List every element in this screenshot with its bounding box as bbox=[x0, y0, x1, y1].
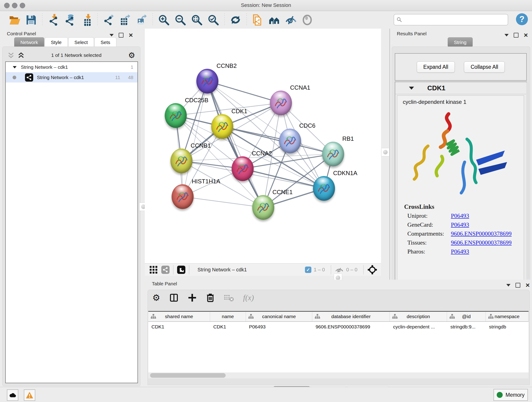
float-panel-icon[interactable] bbox=[109, 34, 114, 36]
open-session-icon[interactable] bbox=[9, 14, 21, 26]
import-network-database-icon[interactable] bbox=[64, 14, 76, 26]
search-field[interactable] bbox=[394, 14, 508, 26]
hide-glyphs-icon[interactable] bbox=[285, 14, 297, 26]
collection-expander-icon[interactable] bbox=[12, 65, 17, 70]
tab-sets[interactable]: Sets bbox=[94, 37, 116, 47]
edge-CCNE1-HIST1H1A[interactable] bbox=[183, 197, 263, 207]
results-splitter[interactable] bbox=[381, 29, 389, 263]
gene-expander-icon[interactable] bbox=[409, 87, 414, 89]
table-hscrollbar[interactable] bbox=[148, 372, 529, 378]
column-header-database-identifier[interactable]: database identifier bbox=[312, 312, 390, 321]
cloud-status-button[interactable] bbox=[7, 389, 18, 401]
maximize-panel-icon[interactable] bbox=[119, 33, 123, 38]
results-splitter-handle[interactable] bbox=[381, 148, 389, 156]
gene-entry-header[interactable]: CDK1 bbox=[395, 82, 526, 94]
node-CDKN1A[interactable] bbox=[313, 176, 335, 201]
collapse-all-icon[interactable] bbox=[7, 52, 14, 59]
selected-checkbox-icon[interactable]: ✓ bbox=[305, 267, 311, 273]
expand-all-icon[interactable] bbox=[18, 52, 25, 59]
network-view-badge-icon[interactable] bbox=[161, 266, 170, 274]
birdseye-view-icon[interactable] bbox=[177, 266, 185, 274]
close-panel-icon[interactable]: ✕ bbox=[128, 33, 133, 37]
string-document-share-icon[interactable] bbox=[252, 14, 264, 26]
help-icon[interactable]: ? bbox=[516, 13, 528, 25]
control-splitter[interactable] bbox=[142, 29, 145, 387]
expand-all-button[interactable]: Expand All bbox=[417, 61, 455, 73]
zoom-in-icon[interactable] bbox=[158, 14, 170, 26]
network-grid-view-icon[interactable] bbox=[149, 265, 158, 274]
table-cell[interactable]: cyclin-dependent ... bbox=[390, 322, 447, 332]
node-CCNE1[interactable] bbox=[252, 195, 274, 220]
network-collection-row[interactable]: String Network – cdk1 1 bbox=[6, 62, 138, 72]
column-header-shared-name[interactable]: shared name bbox=[148, 312, 210, 321]
node-RB1[interactable] bbox=[322, 142, 344, 166]
network-row[interactable]: String Network – cdk1 11 48 bbox=[6, 72, 138, 83]
delete-column-icon[interactable] bbox=[206, 293, 215, 302]
export-image-icon[interactable] bbox=[136, 14, 147, 26]
table-cell[interactable]: CDK1 bbox=[210, 322, 246, 332]
network-options-gear-icon[interactable]: ⚙ bbox=[128, 51, 135, 59]
table-cell[interactable]: stringdb bbox=[486, 322, 529, 332]
crosslink-link[interactable]: 9606.ENSP00000378699 bbox=[451, 239, 512, 246]
search-input[interactable] bbox=[402, 15, 508, 24]
add-column-icon[interactable] bbox=[188, 293, 197, 302]
crosslink-link[interactable]: 9606.ENSP00000378699 bbox=[451, 230, 512, 237]
column-header-name[interactable]: name bbox=[210, 312, 246, 321]
close-panel-icon[interactable]: ✕ bbox=[525, 283, 530, 287]
zoom-fit-icon[interactable] bbox=[191, 14, 203, 26]
results-scrollbar[interactable] bbox=[526, 82, 529, 298]
column-header-description[interactable]: description bbox=[390, 312, 447, 321]
memory-label: Memory bbox=[505, 392, 525, 398]
column-header-canonical-name[interactable]: canonical name bbox=[246, 312, 312, 321]
edge-CCNE1-CCNB2[interactable] bbox=[207, 81, 263, 207]
zoom-selected-icon[interactable] bbox=[207, 14, 219, 26]
close-panel-icon[interactable]: ✕ bbox=[524, 33, 528, 37]
tab-string[interactable]: String bbox=[448, 37, 473, 47]
node-CCNA2[interactable] bbox=[232, 156, 254, 181]
string-houses-icon[interactable] bbox=[268, 14, 280, 26]
network-canvas[interactable]: CCNB2CCNA1CDC25BCDK1CDC6RB1CCNB1CCNA2HIS… bbox=[145, 29, 381, 263]
node-CDC6[interactable] bbox=[279, 128, 301, 153]
table-hscrollbar-thumb[interactable] bbox=[150, 373, 226, 378]
float-panel-icon[interactable] bbox=[505, 34, 509, 36]
table-cell[interactable]: CDK1 bbox=[148, 322, 210, 332]
fit-selected-crosshair-icon[interactable] bbox=[367, 265, 377, 275]
memory-button[interactable]: Memory bbox=[494, 389, 528, 401]
node-CDC25B[interactable] bbox=[165, 103, 187, 128]
import-table-icon[interactable] bbox=[80, 14, 92, 26]
column-header--id[interactable]: @id bbox=[447, 312, 486, 321]
node-label-CCNA2: CCNA2 bbox=[252, 150, 272, 157]
export-network-icon[interactable] bbox=[103, 14, 114, 26]
table-options-gear-icon[interactable]: ⚙ bbox=[152, 294, 160, 302]
float-panel-icon[interactable] bbox=[506, 284, 510, 287]
node-label-CCNA1: CCNA1 bbox=[290, 84, 310, 91]
table-cell[interactable]: 9606.ENSP00000378699 bbox=[312, 322, 390, 332]
export-table-icon[interactable] bbox=[119, 14, 131, 26]
tab-style[interactable]: Style bbox=[45, 37, 68, 47]
crosslink-link[interactable]: P06493 bbox=[451, 221, 469, 228]
tab-select[interactable]: Select bbox=[68, 37, 94, 47]
show-columns-icon[interactable] bbox=[169, 293, 178, 302]
show-glyphs-icon[interactable] bbox=[301, 14, 313, 26]
maximize-panel-icon[interactable] bbox=[515, 283, 520, 288]
apply-layout-icon[interactable] bbox=[230, 14, 241, 26]
node-CCNA1[interactable] bbox=[270, 90, 292, 115]
node-CCNB1[interactable] bbox=[171, 148, 192, 173]
maximize-panel-icon[interactable] bbox=[514, 33, 519, 38]
column-header-namespace[interactable]: namespace bbox=[486, 312, 529, 321]
node-CCNB2[interactable] bbox=[196, 69, 218, 94]
crosslink-link[interactable]: P06493 bbox=[451, 212, 469, 219]
table-row[interactable]: CDK1CDK1P064939606.ENSP00000378699cyclin… bbox=[148, 322, 529, 332]
node-CDK1[interactable] bbox=[211, 114, 233, 139]
crosslink-link[interactable]: P06493 bbox=[451, 248, 469, 255]
collapse-all-button[interactable]: Collapse All bbox=[464, 61, 505, 73]
table-cell[interactable]: stringdb:9... bbox=[447, 322, 486, 332]
warnings-button[interactable] bbox=[24, 389, 35, 401]
node-HIST1H1A[interactable] bbox=[172, 184, 194, 209]
table-cell[interactable]: P06493 bbox=[246, 322, 312, 332]
zoom-out-icon[interactable] bbox=[174, 14, 186, 26]
import-network-file-icon[interactable] bbox=[47, 14, 59, 26]
edge-CCNB2-CCNA1[interactable] bbox=[207, 81, 281, 103]
save-session-icon[interactable] bbox=[25, 14, 37, 26]
tab-network[interactable]: Network bbox=[14, 37, 44, 47]
